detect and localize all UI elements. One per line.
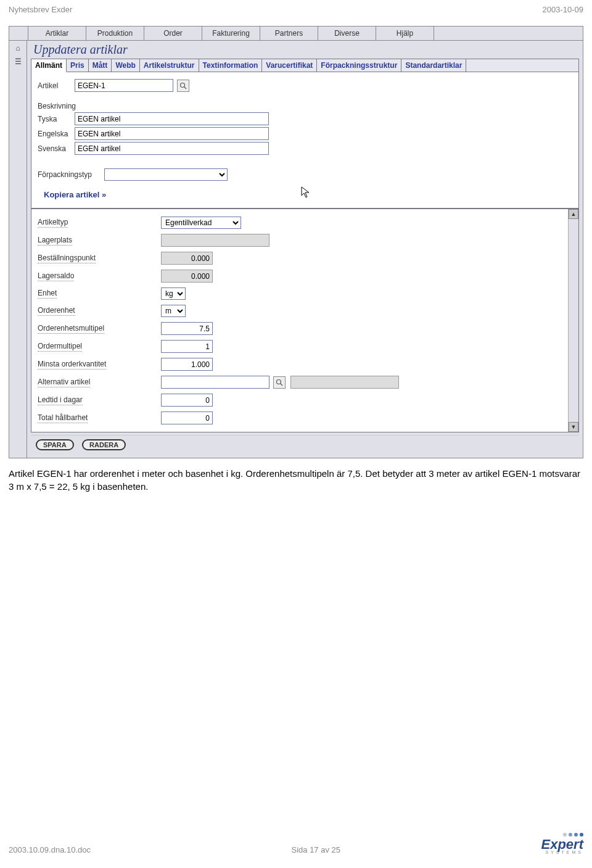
detail-row: Lagerplats xyxy=(38,231,562,249)
menu-hjalp[interactable]: Hjälp xyxy=(376,27,434,40)
tab-standardartiklar[interactable]: Standardartiklar xyxy=(401,59,466,72)
detail-label: Minsta orderkvantitet xyxy=(38,360,161,370)
upper-form: Artikel Beskrivning Tyska Engelska xyxy=(31,72,578,208)
menu-diverse[interactable]: Diverse xyxy=(318,27,376,40)
svg-line-3 xyxy=(281,384,282,386)
tab-textinformation[interactable]: Textinformation xyxy=(199,59,263,72)
scrollbar[interactable]: ▲ ▼ xyxy=(568,209,578,432)
details-pane: ArtikeltypEgentillverkadLagerplatsBestäl… xyxy=(31,209,579,432)
detail-label: Lagersaldo xyxy=(38,271,161,281)
detail-row: Ledtid i dagar xyxy=(38,391,562,409)
svg-line-1 xyxy=(184,87,186,89)
forpackningstyp-select[interactable] xyxy=(104,168,228,181)
delete-button[interactable]: RADERA xyxy=(82,439,126,450)
tab-webb[interactable]: Webb xyxy=(112,59,139,72)
forpackningstyp-label: Förpackningstyp xyxy=(38,170,104,179)
button-row: SPARA RADERA xyxy=(31,435,579,454)
save-button[interactable]: SPARA xyxy=(36,439,74,450)
menu-artiklar[interactable]: Artiklar xyxy=(28,27,86,40)
detail-readonly xyxy=(161,252,213,265)
tab-varucertifikat[interactable]: Varucertifikat xyxy=(262,59,317,72)
menu-produktion[interactable]: Produktion xyxy=(86,27,144,40)
tab-forpackningsstruktur[interactable]: Förpackningsstruktur xyxy=(317,59,401,72)
detail-row: Beställningspunkt xyxy=(38,249,562,267)
detail-select[interactable]: Egentillverkad xyxy=(161,217,241,229)
desc-lang-1: Engelska xyxy=(38,130,75,138)
list-icon[interactable]: ☰ xyxy=(12,57,23,67)
detail-label: Total hållbarhet xyxy=(38,413,161,423)
copy-article-link[interactable]: Kopiera artikel » xyxy=(38,183,572,203)
detail-label: Ordermultipel xyxy=(38,342,161,352)
detail-row: Minsta orderkvantitet xyxy=(38,355,562,373)
header-right: 2003-10-09 xyxy=(543,5,584,14)
artikel-input[interactable] xyxy=(75,79,173,92)
detail-readonly xyxy=(290,376,399,389)
tab-strip: Allmänt Pris Mått Webb Artikelstruktur T… xyxy=(31,59,578,72)
scroll-down-icon[interactable]: ▼ xyxy=(569,422,578,432)
tab-matt[interactable]: Mått xyxy=(89,59,112,72)
left-toolbar: ⌂ ☰ xyxy=(9,41,27,458)
desc-input-2[interactable] xyxy=(75,142,269,155)
detail-input[interactable] xyxy=(161,411,213,424)
page-header: Nyhetsbrev Exder 2003-10-09 xyxy=(0,0,592,17)
detail-label: Orderenhetsmultipel xyxy=(38,324,161,334)
detail-row: Total hållbarhet xyxy=(38,409,562,427)
desc-lang-0: Tyska xyxy=(38,115,75,123)
detail-search-icon[interactable] xyxy=(273,376,286,389)
detail-input[interactable] xyxy=(161,358,213,371)
menubar: Artiklar Produktion Order Fakturering Pa… xyxy=(9,27,583,41)
detail-label: Enhet xyxy=(38,289,161,299)
page-title: Uppdatera artiklar xyxy=(27,41,583,59)
detail-readonly xyxy=(161,270,213,283)
detail-row: Enhetkg xyxy=(38,285,562,302)
detail-label: Alternativ artikel xyxy=(38,378,161,387)
tab-pris[interactable]: Pris xyxy=(67,59,89,72)
caption-text: Artikel EGEN-1 har orderenhet i meter oc… xyxy=(0,458,592,493)
header-left: Nyhetsbrev Exder xyxy=(9,5,72,14)
scroll-up-icon[interactable]: ▲ xyxy=(569,209,578,219)
detail-label: Lagerplats xyxy=(38,236,161,246)
menu-partners[interactable]: Partners xyxy=(260,27,318,40)
detail-label: Ledtid i dagar xyxy=(38,395,161,405)
menu-fakturering[interactable]: Fakturering xyxy=(202,27,260,40)
detail-label: Beställningspunkt xyxy=(38,254,161,263)
detail-input[interactable] xyxy=(161,394,213,407)
svg-point-0 xyxy=(181,83,185,87)
tab-artikelstruktur[interactable]: Artikelstruktur xyxy=(140,59,199,72)
tab-panel: Allmänt Pris Mått Webb Artikelstruktur T… xyxy=(31,59,579,209)
detail-row: Ordermultipel xyxy=(38,337,562,355)
detail-row: Lagersaldo xyxy=(38,267,562,285)
detail-row: Orderenhetsmultipel xyxy=(38,320,562,337)
svg-point-2 xyxy=(277,379,281,384)
beskrivning-label: Beskrivning xyxy=(38,102,76,110)
detail-label: Orderenhet xyxy=(38,306,161,316)
detail-input[interactable] xyxy=(161,376,269,389)
detail-row: Alternativ artikel xyxy=(38,373,562,391)
detail-input[interactable] xyxy=(161,340,213,353)
detail-row: Orderenhetm xyxy=(38,302,562,320)
detail-select[interactable]: kg xyxy=(161,287,186,300)
desc-lang-2: Svenska xyxy=(38,144,75,153)
detail-readonly xyxy=(161,234,269,247)
detail-label: Artikeltyp xyxy=(38,218,161,228)
detail-input[interactable] xyxy=(161,322,213,335)
app-window: Artiklar Produktion Order Fakturering Pa… xyxy=(9,26,583,458)
desc-input-0[interactable] xyxy=(75,112,269,125)
artikel-search-icon[interactable] xyxy=(177,80,189,92)
menu-order[interactable]: Order xyxy=(144,27,202,40)
desc-input-1[interactable] xyxy=(75,127,269,140)
home-icon[interactable]: ⌂ xyxy=(12,43,23,53)
artikel-label: Artikel xyxy=(38,81,75,90)
detail-select[interactable]: m xyxy=(161,305,186,317)
detail-row: ArtikeltypEgentillverkad xyxy=(38,214,562,231)
tab-allmant[interactable]: Allmänt xyxy=(31,59,67,72)
